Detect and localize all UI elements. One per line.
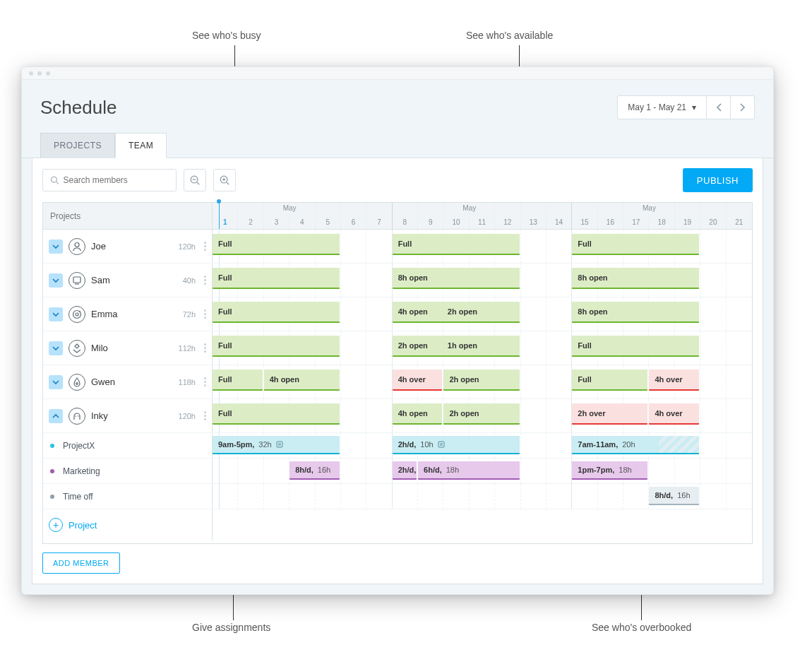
avatar (68, 306, 85, 323)
capacity-bar[interactable]: Full (572, 234, 699, 255)
add-project-icon[interactable]: + (49, 518, 63, 532)
expand-toggle[interactable] (49, 341, 63, 355)
avatar (68, 340, 85, 357)
more-icon[interactable] (204, 343, 206, 353)
expand-toggle[interactable] (49, 240, 63, 254)
capacity-bar[interactable]: 8h open (572, 268, 699, 289)
svg-line-3 (197, 182, 199, 184)
zoom-out-button[interactable] (184, 169, 206, 191)
avatar (68, 408, 85, 425)
capacity-bar[interactable]: 4h open (264, 370, 340, 391)
zoom-in-button[interactable] (213, 169, 236, 191)
project-color-dot (50, 495, 54, 499)
member-hours: 120h (179, 242, 196, 251)
search-wrapper[interactable] (42, 169, 177, 191)
search-input[interactable] (63, 175, 169, 185)
capacity-bar[interactable]: 2h open (443, 370, 519, 391)
search-icon (50, 175, 59, 185)
assignment-bar[interactable]: 2h/d,4h (393, 461, 417, 480)
svg-point-16 (78, 415, 79, 417)
callout-overbooked: See who's overbooked (592, 622, 691, 633)
assignment-bar[interactable]: 9am-5pm,32h (213, 436, 340, 454)
svg-point-15 (75, 415, 76, 417)
capacity-bar[interactable]: Full (213, 234, 340, 255)
callout-available: See who's available (466, 30, 553, 41)
capacity-bar[interactable]: Full (213, 370, 263, 391)
note-icon (438, 441, 445, 448)
capacity-bar[interactable]: Full (213, 268, 340, 289)
expand-toggle[interactable] (49, 375, 63, 389)
member-name: Emma (91, 309, 177, 319)
caret-down-icon: ▾ (692, 102, 696, 112)
assignment-bar[interactable]: 8h/d,16h (289, 461, 340, 480)
project-color-dot (50, 444, 54, 448)
capacity-bar[interactable]: 4h over (649, 403, 699, 425)
more-icon[interactable] (204, 242, 206, 251)
next-button[interactable] (731, 95, 755, 119)
member-name: Gwen (91, 377, 173, 387)
page-title: Schedule (40, 97, 117, 119)
member-name: Joe (91, 241, 173, 252)
avatar (68, 238, 85, 255)
capacity-bar[interactable]: 8h open (393, 268, 520, 289)
capacity-bar[interactable]: 4h over (393, 370, 443, 391)
note-icon (276, 441, 283, 448)
capacity-bar[interactable]: 2h open1h open (393, 336, 520, 357)
expand-toggle[interactable] (49, 307, 63, 321)
date-range-label: May 1 - May 21 (628, 102, 686, 112)
capacity-bar[interactable]: Full (213, 336, 340, 357)
capacity-bar[interactable]: 2h over (572, 403, 647, 425)
schedule-grid: Projects 1234567891011121314151617181920… (42, 202, 753, 544)
capacity-bar[interactable]: Full (572, 336, 699, 357)
svg-point-9 (75, 242, 79, 247)
subproject-name: ProjectX (63, 441, 95, 451)
assignment-bar[interactable]: 8h/d,16h (649, 487, 699, 505)
expand-toggle[interactable] (49, 273, 63, 288)
add-project-button[interactable]: Project (68, 520, 97, 531)
assignment-bar[interactable]: 7am-11am,20h (572, 436, 699, 454)
callout-busy: See who's busy (192, 30, 261, 41)
tab-projects[interactable]: PROJECTS (40, 133, 115, 158)
assignment-bar[interactable]: 1pm-7pm,18h (572, 461, 647, 480)
expand-toggle[interactable] (49, 409, 63, 423)
capacity-bar[interactable]: Full (213, 302, 340, 323)
member-hours: 112h (179, 344, 196, 353)
add-member-button[interactable]: ADD MEMBER (42, 552, 120, 574)
subproject-name: Time off (63, 492, 93, 502)
capacity-bar[interactable]: Full (393, 234, 520, 255)
capacity-bar[interactable]: 4h open2h open (393, 302, 520, 323)
project-color-dot (50, 469, 54, 473)
capacity-bar[interactable]: 4h open (393, 403, 443, 425)
zoom-in-icon (219, 175, 230, 186)
svg-line-6 (227, 182, 229, 184)
member-hours: 40h (183, 276, 196, 285)
more-icon[interactable] (204, 411, 206, 420)
prev-button[interactable] (707, 95, 731, 119)
svg-point-14 (76, 382, 78, 384)
callout-assignments: Give assignments (192, 622, 270, 633)
tab-team[interactable]: TEAM (115, 133, 167, 158)
publish-button[interactable]: PUBLISH (683, 168, 753, 192)
member-name: Inky (91, 410, 173, 421)
app-window: Schedule May 1 - May 21 ▾ PROJECTS TEAM (21, 66, 774, 595)
capacity-bar[interactable]: 2h open (443, 403, 519, 425)
date-range-button[interactable]: May 1 - May 21 ▾ (617, 95, 707, 119)
titlebar (22, 67, 773, 80)
svg-rect-20 (438, 442, 444, 447)
capacity-bar[interactable]: Full (572, 370, 647, 391)
member-name: Milo (91, 343, 173, 353)
svg-line-1 (56, 182, 59, 184)
capacity-bar[interactable]: 4h over (649, 370, 699, 391)
more-icon[interactable] (204, 377, 206, 386)
assignment-bar[interactable]: 6h/d,18h (418, 461, 520, 480)
capacity-bar[interactable]: Full (213, 403, 340, 425)
more-icon[interactable] (204, 309, 206, 319)
capacity-bar[interactable]: 8h open (572, 302, 699, 323)
subproject-name: Marketing (63, 466, 100, 476)
assignment-bar[interactable]: 2h/d,10h (393, 436, 520, 454)
avatar (68, 374, 85, 391)
member-name: Sam (91, 275, 177, 285)
member-hours: 72h (183, 310, 196, 319)
more-icon[interactable] (204, 276, 206, 285)
zoom-out-icon (189, 175, 201, 186)
